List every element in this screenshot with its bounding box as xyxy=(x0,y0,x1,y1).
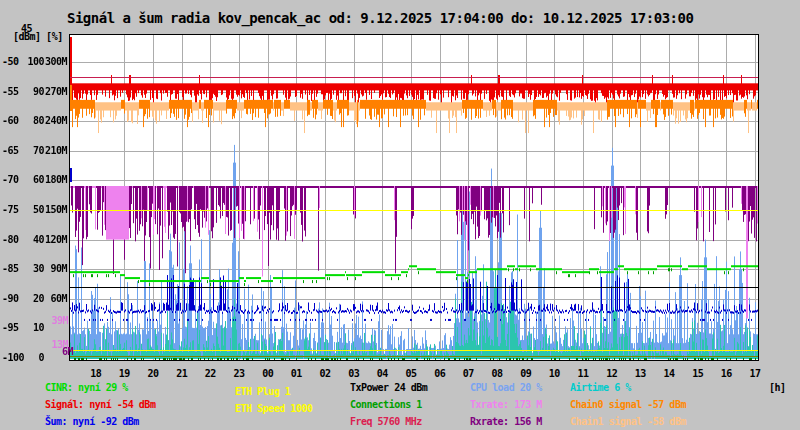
x-axis-hour-label: 09 xyxy=(520,369,532,379)
legend-chain1: Chain1 signal -58 dBm xyxy=(570,417,686,427)
x-axis-hour-label: 17 xyxy=(749,369,761,379)
x-axis-hour-label: 21 xyxy=(176,369,188,379)
x-axis-hour-label: 19 xyxy=(118,369,130,379)
y-axis-unit-header: [dBm] [%] xyxy=(13,32,63,42)
x-axis-hour-label: 10 xyxy=(548,369,560,379)
chart-canvas xyxy=(70,35,758,360)
x-axis-hour-label: 02 xyxy=(319,369,331,379)
y-axis-rate-label: 90M xyxy=(40,264,67,274)
x-axis-hour-label: 06 xyxy=(434,369,446,379)
y-axis-dbm-label: -50 xyxy=(2,57,19,67)
y-axis-dbm-label: -90 xyxy=(2,294,19,304)
y-axis-rate-label: 180M xyxy=(40,175,67,185)
y-axis-dbm-label: -75 xyxy=(2,205,19,215)
x-axis-hour-label: 05 xyxy=(405,369,417,379)
y-axis-rate-label: 120M xyxy=(40,235,67,245)
x-axis-hour-label: 11 xyxy=(577,369,589,379)
rate-marker-label: 6M xyxy=(62,347,73,357)
signal-noise-graph-page: Signál a šum radia kov_pencak_ac od: 9.1… xyxy=(0,0,800,430)
y-axis-dbm-label: -70 xyxy=(2,175,19,185)
legend-cinr: CINR: nyní 29 % xyxy=(45,383,128,393)
legend-connections: Connections 1 xyxy=(350,400,422,410)
legend-noise: Šum: nyní -92 dBm xyxy=(45,417,139,427)
x-axis-hour-label: 18 xyxy=(90,369,102,379)
x-axis-hour-label: 16 xyxy=(720,369,732,379)
legend-txrate: Txrate: 173 M xyxy=(470,400,542,410)
x-axis-hour-label: 07 xyxy=(462,369,474,379)
page-title: Signál a šum radia kov_pencak_ac od: 9.1… xyxy=(67,11,693,25)
legend-freq: Freq 5760 MHz xyxy=(350,417,422,427)
x-axis-hour-label: 01 xyxy=(290,369,302,379)
y-axis-pct-label: 10 xyxy=(18,323,44,333)
x-axis-hour-label: 23 xyxy=(233,369,245,379)
y-axis-dbm-label: -55 xyxy=(2,87,19,97)
y-axis-pct-label: 0 xyxy=(18,353,44,363)
x-axis-hour-label: 04 xyxy=(376,369,388,379)
legend-txpower: TxPower 24 dBm xyxy=(350,383,427,393)
y-axis-dbm-label: -65 xyxy=(2,146,19,156)
x-axis-hour-label: 08 xyxy=(491,369,503,379)
legend-eth-speed: ETH Speed 1000 xyxy=(235,404,312,414)
legend-cpu-load: CPU load 20 % xyxy=(470,383,542,393)
y-axis-rate-label: 270M xyxy=(40,87,67,97)
x-axis-hour-label: 22 xyxy=(204,369,216,379)
plot-frame xyxy=(69,34,759,361)
legend-hour-unit: [h] xyxy=(769,383,786,393)
x-axis-hour-label: 00 xyxy=(262,369,274,379)
legend-airtime: Airtime 6 % xyxy=(570,383,631,393)
legend-signal: Signál: nyní -54 dBm xyxy=(45,400,155,410)
x-axis-hour-label: 14 xyxy=(663,369,675,379)
y-axis-dbm-label: -80 xyxy=(2,235,19,245)
legend-rxrate: Rxrate: 156 M xyxy=(470,417,542,427)
x-axis-hour-label: 12 xyxy=(606,369,618,379)
y-axis-rate-label: 240M xyxy=(40,116,67,126)
legend-eth-plug: ETH Plug 1 xyxy=(235,387,290,397)
legend-chain0: Chain0 signal -57 dBm xyxy=(570,400,686,410)
y-axis-rate-label: 150M xyxy=(40,205,67,215)
x-axis-hour-label: 03 xyxy=(348,369,360,379)
y-axis-rate-label: 60M xyxy=(40,294,67,304)
y-axis-rate-label: 210M xyxy=(40,146,67,156)
rate-marker-label: 39M xyxy=(42,316,68,326)
y-axis-dbm-label: -95 xyxy=(2,323,19,333)
x-axis-hour-label: 20 xyxy=(147,369,159,379)
y-axis-dbm-label: -85 xyxy=(2,264,19,274)
y-axis-dbm-label: -60 xyxy=(2,116,19,126)
x-axis-hour-label: 15 xyxy=(692,369,704,379)
x-axis-hour-label: 13 xyxy=(634,369,646,379)
y-axis-rate-label: 300M xyxy=(40,57,67,67)
